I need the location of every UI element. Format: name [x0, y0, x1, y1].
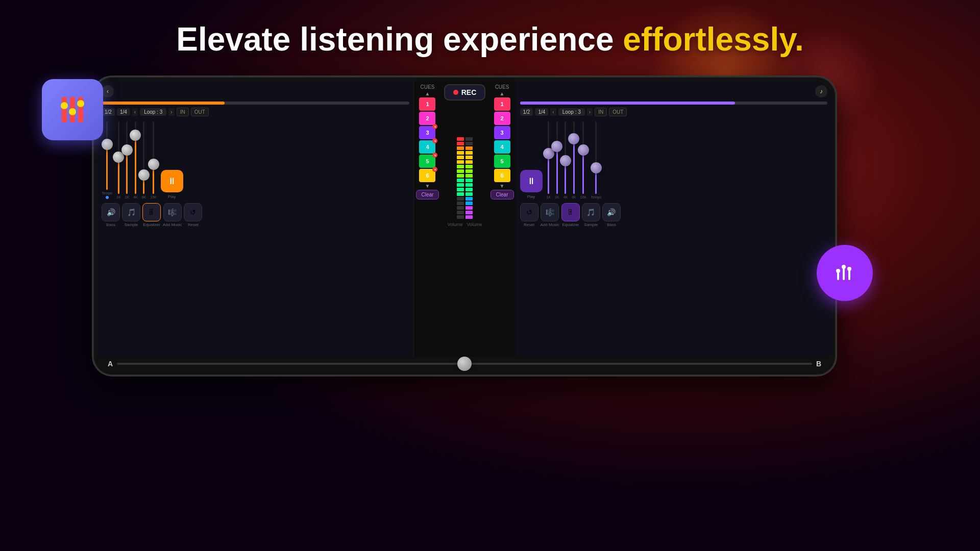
vu-l-5	[457, 156, 464, 159]
left-4k-track[interactable]	[135, 121, 136, 194]
right-2k-track[interactable]	[556, 121, 558, 194]
right-play-group: ⏸ Play	[520, 170, 543, 199]
left-faders: Tempo 1K	[100, 119, 411, 201]
app-icon[interactable]	[42, 79, 103, 140]
title-white: Elevate listening experience	[176, 21, 614, 58]
page-title: Elevate listening experience effortlessl…	[0, 20, 980, 58]
right-1k-track[interactable]	[548, 121, 549, 194]
left-clear-button[interactable]: Clear	[416, 190, 439, 199]
left-btn-in[interactable]: IN	[177, 108, 189, 116]
right-loop-prev[interactable]: ‹	[550, 108, 556, 116]
left-cue-6[interactable]: 6×	[419, 169, 435, 182]
purple-fab-button[interactable]	[817, 245, 873, 301]
right-cue-4[interactable]: 4	[494, 140, 510, 154]
left-16k-knob[interactable]	[148, 159, 159, 170]
right-reset-icon: ↺	[520, 203, 538, 221]
right-reset-label: Reset	[524, 222, 534, 227]
right-cue-3[interactable]: 3	[494, 126, 510, 139]
right-2k-knob[interactable]	[551, 141, 562, 152]
right-play-button[interactable]: ⏸	[520, 170, 543, 192]
right-tempo-knob[interactable]	[591, 162, 602, 173]
left-cues-up-arrow[interactable]: ▲	[425, 91, 430, 96]
left-btn-out[interactable]: OUT	[191, 108, 209, 116]
crossfader-track[interactable]	[117, 363, 812, 365]
right-cues-down-arrow[interactable]: ▼	[500, 183, 505, 189]
crossfader-knob[interactable]	[457, 357, 472, 371]
right-loop-controls: 1/2 1/4 ‹ Loop : 3 › IN OUT	[518, 108, 830, 116]
vu-l-8	[457, 169, 464, 173]
left-2k-knob[interactable]	[121, 144, 133, 156]
right-ctrl-sample[interactable]: 🎵 Sample	[582, 203, 600, 227]
left-cue-5-x: ×	[432, 153, 437, 158]
left-cues-down-arrow[interactable]: ▼	[425, 183, 430, 189]
left-loop-prev[interactable]: ‹	[132, 108, 138, 116]
left-ctrl-addmusic[interactable]: 🎼 Add Music	[163, 203, 182, 227]
right-16k-knob[interactable]	[578, 144, 589, 156]
right-btn-half[interactable]: 1/2	[520, 108, 533, 116]
right-cue-2[interactable]: 2	[494, 112, 510, 125]
left-16k-track[interactable]	[153, 121, 154, 194]
rec-section: REC	[442, 84, 487, 227]
volume-labels: Volume Volume	[447, 222, 482, 227]
left-2k-track[interactable]	[126, 121, 128, 194]
right-cue-6[interactable]: 6	[494, 169, 510, 182]
left-cue-5[interactable]: 5×	[419, 155, 435, 168]
right-loop-next[interactable]: ›	[587, 108, 593, 116]
svg-rect-0	[837, 272, 839, 280]
left-tempo-track[interactable]	[106, 121, 108, 190]
vu-r-13	[465, 192, 473, 196]
left-1k-track[interactable]	[118, 121, 119, 194]
left-cue-3[interactable]: 3×	[419, 126, 435, 139]
right-btn-quarter[interactable]: 1/4	[535, 108, 548, 116]
music-note-button[interactable]: ♪	[815, 85, 827, 97]
rec-button[interactable]: REC	[444, 84, 486, 101]
right-16k-track[interactable]	[582, 121, 584, 194]
left-4k-knob[interactable]	[130, 130, 141, 141]
left-ctrl-bass[interactable]: 🔊 Bass	[102, 203, 120, 227]
left-btn-quarter[interactable]: 1/4	[117, 108, 130, 116]
left-tempo-knob[interactable]	[102, 139, 113, 150]
left-btn-half[interactable]: 1/2	[102, 108, 115, 116]
left-addmusic-label: Add Music	[163, 222, 182, 227]
left-ctrl-reset[interactable]: ↺ Reset	[184, 203, 202, 227]
center-section: CUES ▲ 1 2 3× 4×	[414, 81, 516, 357]
right-ctrl-reset[interactable]: ↺ Reset	[520, 203, 538, 227]
right-tempo-track[interactable]	[595, 121, 597, 194]
right-8k-track[interactable]	[573, 121, 575, 194]
vu-meters	[457, 107, 473, 219]
left-ctrl-sample[interactable]: 🎵 Sample	[122, 203, 140, 227]
right-progress-track	[520, 102, 828, 105]
right-cues-up-arrow[interactable]: ▲	[500, 91, 505, 96]
left-ctrl-equalizer[interactable]: 🎚 Equalizer	[142, 203, 161, 227]
right-btn-out[interactable]: OUT	[609, 108, 627, 116]
vu-l-16	[457, 206, 464, 210]
right-cue-5[interactable]: 5	[494, 155, 510, 168]
vol-left-label: Volume	[447, 222, 462, 227]
phone-screen: ‹ 1/2 1/4 ‹ Loop : 3 › IN	[97, 81, 831, 371]
right-ctrl-equalizer[interactable]: 🎚 Equalizer	[561, 203, 580, 227]
left-cue-2[interactable]: 2	[419, 112, 435, 125]
nav-back-button[interactable]: ‹	[102, 85, 114, 97]
right-8k-knob[interactable]	[568, 133, 579, 144]
left-cue-1[interactable]: 1	[419, 97, 435, 111]
app-icon-inner	[62, 97, 83, 122]
left-play-button[interactable]: ⏸	[161, 170, 183, 192]
vu-r-8	[465, 169, 473, 173]
svg-rect-4	[848, 270, 850, 280]
right-ctrl-bass[interactable]: 🔊 Bass	[602, 203, 621, 227]
right-4k-track[interactable]	[565, 121, 566, 194]
right-cue-1[interactable]: 1	[494, 97, 510, 111]
left-cue-4[interactable]: 4×	[419, 140, 435, 154]
right-fader-tempo: Tempo	[591, 121, 601, 199]
right-clear-button[interactable]: Clear	[491, 190, 514, 199]
left-8k-knob[interactable]	[138, 169, 150, 181]
right-btn-in[interactable]: IN	[595, 108, 607, 116]
left-loop-next[interactable]: ›	[168, 108, 174, 116]
right-4k-knob[interactable]	[560, 155, 571, 166]
right-ctrl-addmusic[interactable]: 🎼 Add Music	[541, 203, 559, 227]
right-fader-2k: 2K	[555, 121, 559, 199]
left-8k-track[interactable]	[143, 121, 144, 194]
right-eq-label: Equalizer	[562, 222, 579, 227]
main-area: ‹ 1/2 1/4 ‹ Loop : 3 › IN	[97, 81, 831, 357]
right-fader-8k: 8K	[572, 121, 576, 199]
